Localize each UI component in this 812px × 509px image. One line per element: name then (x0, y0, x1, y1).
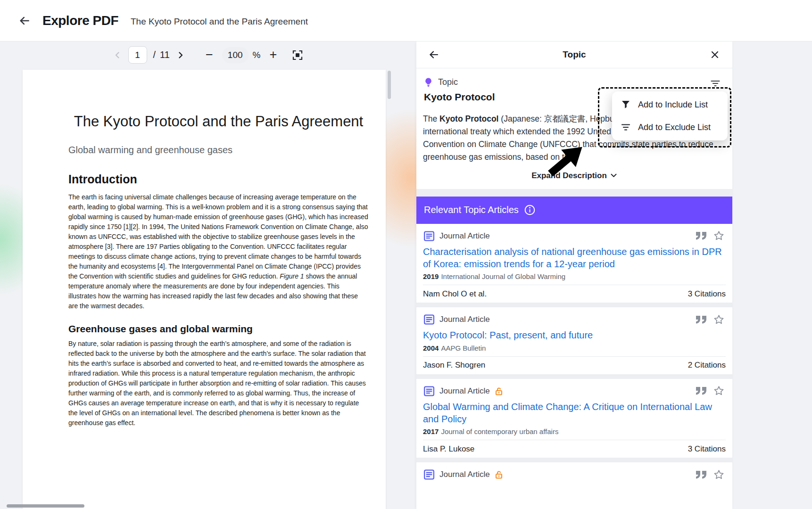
arrow-left-icon (18, 15, 31, 27)
topic-panel: Topic Topic Kyoto Protocol The Kyoto Pro… (416, 41, 732, 509)
close-icon (710, 49, 720, 60)
description-text: The (423, 114, 439, 123)
pdf-viewer: / 11 − 100 % + The Kyoto Protocol and th… (0, 41, 416, 509)
star-icon (713, 230, 725, 242)
cite-button[interactable] (695, 230, 708, 241)
fit-screen-button[interactable] (291, 49, 304, 61)
star-icon (713, 385, 725, 397)
article-citations: 3 Citations (688, 444, 726, 454)
article-meta: 2004AAPG Bulletin (423, 344, 726, 352)
chevron-down-icon (610, 173, 617, 178)
article-type-row: Journal Article (423, 313, 726, 326)
save-star-button[interactable] (712, 468, 726, 482)
quote-icon (696, 386, 707, 395)
article-meta: 2017Journal of contemporary urban affair… (423, 427, 726, 435)
app-header: Explore PDF The Kyoto Protocol and the P… (0, 0, 812, 41)
chevron-left-icon (113, 50, 122, 60)
pdf-paragraph-text: The earth is facing universal climate ch… (68, 193, 368, 280)
banner-title: Relevant Topic Articles (424, 205, 519, 215)
panel-close-button[interactable] (706, 46, 724, 64)
pdf-page: The Kyoto Protocol and the Paris Agreeme… (23, 70, 386, 509)
menu-item-add-include[interactable]: Add to Include List (612, 93, 728, 116)
pdf-section-heading-greenhouse: Greenhouse gases and global warming (68, 323, 369, 335)
expand-description-button[interactable]: Expand Description (531, 171, 617, 181)
pdf-section-heading-introduction: Introduction (68, 172, 369, 186)
prev-page-button[interactable] (113, 50, 122, 60)
article-card: Journal Article Characterisation analysi… (416, 224, 732, 303)
quote-icon (696, 315, 707, 324)
menu-item-label: Add to Exclude List (638, 123, 711, 132)
save-star-button[interactable] (712, 229, 726, 243)
arrow-left-icon (428, 49, 439, 60)
journal-article-icon (423, 468, 435, 481)
page-number-input[interactable] (128, 46, 147, 64)
document-title: The Kyoto Protocol and the Paris Agreeme… (131, 16, 308, 27)
article-citations: 3 Citations (688, 289, 726, 299)
menu-item-add-exclude[interactable]: Add to Exclude List (612, 116, 728, 139)
article-type-label: Journal Article (439, 315, 490, 324)
open-access-icon (494, 470, 504, 479)
description-bold-term: Kyoto Protocol (439, 114, 498, 123)
expand-description-label: Expand Description (531, 171, 607, 181)
section-gap (416, 189, 732, 197)
pdf-toolbar: / 11 − 100 % + (0, 46, 416, 64)
funnel-icon (621, 99, 631, 110)
article-year: 2019 (423, 272, 439, 280)
article-authors: Lisa P. Lukose (423, 444, 474, 454)
article-type-label: Journal Article (439, 470, 490, 479)
article-type-row: Journal Article (423, 385, 726, 398)
filter-lines-icon (621, 122, 631, 132)
cite-button[interactable] (695, 469, 708, 480)
article-title-link[interactable]: Kyoto Protocol: Past, present, and futur… (423, 329, 726, 341)
back-button[interactable] (14, 10, 35, 31)
journal-article-icon (423, 313, 435, 326)
pdf-vertical-scrollbar[interactable] (388, 71, 391, 99)
quote-icon (696, 231, 707, 240)
article-footer: Jason F. Shogren 2 Citations (423, 356, 726, 374)
save-star-button[interactable] (712, 384, 726, 398)
topic-label-row: Topic (423, 77, 726, 88)
save-star-button[interactable] (712, 313, 726, 327)
article-title-link[interactable]: Global Warming and Climate Change: A Cri… (423, 401, 726, 426)
pdf-horizontal-scrollbar[interactable] (7, 504, 84, 508)
article-card: Journal Article Global Warming and Clima… (416, 379, 732, 458)
article-type-row: Journal Article (423, 468, 726, 481)
next-page-button[interactable] (176, 50, 185, 60)
zoom-level-value: 100 (222, 47, 249, 63)
lightbulb-icon (423, 77, 434, 88)
article-footer: Nam Chol O et al. 3 Citations (423, 285, 726, 303)
page-title: Explore PDF (42, 13, 118, 28)
open-access-icon (494, 386, 504, 396)
article-meta: 2019International Journal of Global Warm… (423, 272, 726, 280)
article-authors: Jason F. Shogren (423, 361, 485, 370)
figure-reference: Figure 1 (280, 272, 304, 280)
zoom-out-button[interactable]: − (203, 48, 216, 62)
chevron-right-icon (176, 50, 185, 60)
relevant-articles-banner: Relevant Topic Articles (416, 197, 732, 224)
topic-filter-menu-highlight: Add to Include List Add to Exclude List (598, 87, 731, 148)
article-type-row: Journal Article (423, 230, 726, 243)
article-venue: International Journal of Global Warming (441, 272, 565, 280)
article-authors: Nam Chol O et al. (423, 289, 487, 299)
article-type-label: Journal Article (439, 231, 490, 241)
article-citations: 2 Citations (688, 361, 726, 370)
article-venue: AAPG Bulletin (441, 344, 486, 352)
page-total-label: 11 (160, 49, 170, 60)
article-card: Journal Article (416, 462, 732, 509)
topic-panel-header: Topic (416, 41, 732, 68)
panel-back-button[interactable] (425, 46, 443, 64)
menu-item-label: Add to Include List (638, 100, 708, 110)
pdf-paragraph-introduction: The earth is facing universal climate ch… (68, 192, 369, 311)
cite-button[interactable] (695, 386, 708, 396)
article-year: 2017 (423, 427, 439, 435)
cite-button[interactable] (695, 314, 708, 325)
zoom-unit-label: % (253, 50, 261, 60)
article-year: 2004 (423, 344, 439, 352)
pdf-document-heading: The Kyoto Protocol and the Paris Agreeme… (68, 110, 369, 133)
info-icon[interactable] (524, 204, 536, 216)
article-venue: Journal of contemporary urban affairs (441, 427, 558, 435)
fit-screen-icon (291, 49, 304, 61)
article-title-link[interactable]: Characterisation analysis of national gr… (423, 246, 726, 271)
zoom-in-button[interactable]: + (266, 48, 280, 62)
page-separator: / (153, 49, 156, 60)
